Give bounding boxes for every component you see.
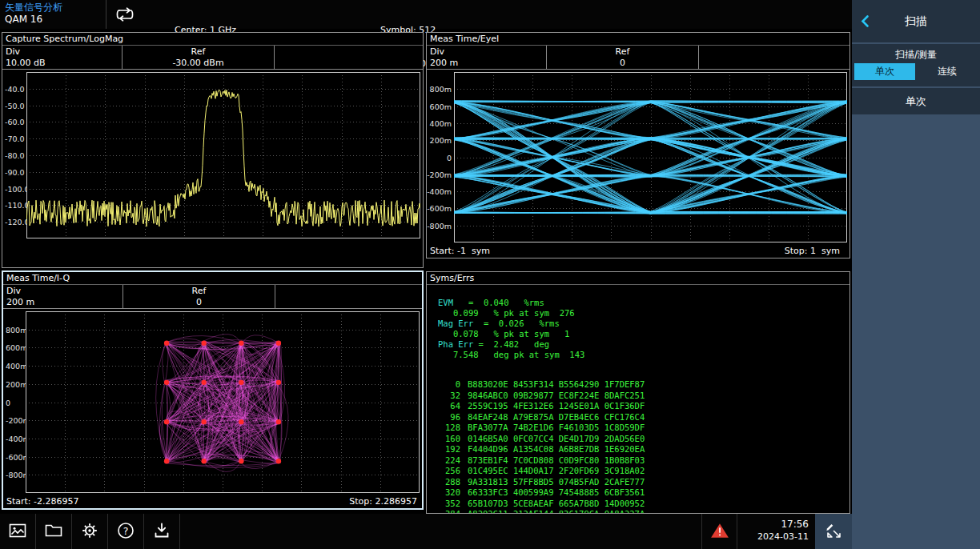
ref-label: Ref xyxy=(550,46,695,58)
evm-line: Mag Err = 0.026 %rms xyxy=(438,319,845,329)
eye-y-axis: 800m600m400m200m0-200m-400m-600m-800m xyxy=(427,72,454,242)
footer-span-label: Span: 1 MHz xyxy=(303,266,420,268)
div-label: Div xyxy=(430,46,543,58)
ref-value: 0 xyxy=(550,58,695,69)
gear-icon xyxy=(80,521,99,543)
clock-display[interactable]: 17:56 2024-03-11 xyxy=(737,514,815,549)
y-axis-label: 0 xyxy=(6,398,10,407)
svg-text:?: ? xyxy=(123,524,129,536)
annotate-arrows-icon xyxy=(824,521,843,543)
warning-triangle-icon xyxy=(710,523,729,541)
hex-row: 35265B107D3 5CE8AEAF 665A7B8D 14D00952 xyxy=(438,499,845,510)
evm-line: EVM = 0.040 %rms xyxy=(438,298,845,308)
constellation-canvas[interactable] xyxy=(26,311,420,493)
y-axis-label: -50.0 xyxy=(5,101,25,110)
sweep-menu-sidebar: 扫描 扫描/测量 单次 连续 单次 xyxy=(852,0,980,549)
hex-row: 192F4404D96 A1354C08 A6B8E7DB 1E6920EA xyxy=(438,444,845,455)
iq-footer: Start: -2.286957 Stop: 2.286957 xyxy=(3,495,422,508)
sidebar-menu-header[interactable]: 扫描 xyxy=(852,0,980,42)
date-label: 2024-03-11 xyxy=(737,531,809,543)
y-axis-label: 600m xyxy=(430,102,452,110)
y-axis-label: -90.0 xyxy=(5,167,25,176)
toggle-single-button[interactable]: 单次 xyxy=(854,63,915,80)
eye-scale-spacer xyxy=(699,46,849,69)
screenshot-icon xyxy=(8,521,27,543)
eye-div-cell: Div 200 m xyxy=(427,46,547,69)
hex-row: 9684EAF248 A79E875A D7EB4EC6 CFC176C4 xyxy=(438,412,845,423)
help-icon: ? xyxy=(116,521,135,543)
spectrum-footer-left: Center: 1 GHz RBW: 397.8542 Hz xyxy=(6,242,87,266)
spectrum-scale-row: Div 10.00 dB Ref -30.00 dBm xyxy=(2,46,423,70)
sweep-measure-section: 扫描/测量 单次 连续 xyxy=(852,44,980,86)
y-axis-label: 600m xyxy=(6,343,27,352)
settings-button[interactable] xyxy=(72,514,108,549)
hex-row: 329846ABC0 09B29877 EC8F224E 8DAFC251 xyxy=(438,391,845,402)
y-axis-label: -80.0 xyxy=(5,151,25,160)
y-axis-label: -800m xyxy=(427,221,452,230)
annotation-tools-button[interactable] xyxy=(815,514,852,549)
y-axis-label: -70.0 xyxy=(5,134,25,143)
sweep-measure-label: 扫描/测量 xyxy=(852,47,980,62)
spectrum-trace-canvas[interactable] xyxy=(26,72,420,238)
hex-row: 2889A331813 57FF8BD5 074B5FAD 2CAFE777 xyxy=(438,477,845,488)
spectrum-panel[interactable]: Capture Spectrum/LogMag Div 10.00 dB Ref… xyxy=(2,32,424,268)
ref-label: Ref xyxy=(127,286,271,297)
continuous-sweep-icon[interactable] xyxy=(114,6,136,25)
eye-panel-title: Meas Time/EyeI xyxy=(427,33,849,46)
hex-row: 32066333FC3 400599A9 74548885 6CBF3561 xyxy=(438,487,845,499)
y-axis-label: 200m xyxy=(6,379,27,388)
sweep-mode-toggle: 单次 连续 xyxy=(854,63,978,80)
evm-readout: EVM = 0.040 %rms 0.099 % pk at sym 276Ma… xyxy=(438,298,845,360)
app-title-block: 矢量信号分析 QAM 16 xyxy=(0,0,106,29)
syms-panel-title: Syms/Errs xyxy=(427,272,849,285)
y-axis-label: 800m xyxy=(430,85,452,94)
syms-errs-body: EVM = 0.040 %rms 0.099 % pk at sym 276Ma… xyxy=(427,285,849,513)
single-sweep-button[interactable]: 单次 xyxy=(852,88,980,114)
div-label: Div xyxy=(6,46,118,58)
iq-plot-area: 800m600m400m200m0-200m-400m-600m-800m xyxy=(3,309,422,495)
bottom-toolbar: ? 17:56 2024-03-11 xyxy=(0,514,852,549)
y-axis-label: -60.0 xyxy=(5,118,25,126)
back-chevron-icon[interactable] xyxy=(860,14,870,30)
eye-ref-cell: Ref 0 xyxy=(547,46,699,69)
syms-errs-panel[interactable]: Syms/Errs EVM = 0.040 %rms 0.099 % pk at… xyxy=(426,271,850,514)
warning-indicator-button[interactable] xyxy=(701,514,737,549)
div-label: Div xyxy=(6,286,119,297)
eye-scale-row: Div 200 m Ref 0 xyxy=(427,46,849,70)
y-axis-label: -200m xyxy=(427,170,452,178)
screenshot-button[interactable] xyxy=(0,514,36,549)
sidebar-menu-title: 扫描 xyxy=(905,14,927,29)
ref-value: -30.00 dBm xyxy=(126,58,271,69)
evm-line: 0.078 % pk at sym 1 xyxy=(438,329,845,339)
eye-diagram-canvas[interactable] xyxy=(454,72,847,242)
spectrum-scale-spacer xyxy=(275,46,423,69)
modulation-format-label: QAM 16 xyxy=(5,14,106,26)
y-axis-label: 200m xyxy=(430,136,452,145)
evm-line: 7.548 deg pk at sym 143 xyxy=(438,350,845,360)
spectrum-div-cell: Div 10.00 dB xyxy=(2,46,122,69)
iq-panel[interactable]: Meas Time/I-Q Div 200 m Ref 0 800m600m40… xyxy=(2,270,424,510)
file-manager-button[interactable] xyxy=(36,514,72,549)
iq-y-axis: 800m600m400m200m0-200m-400m-600m-800m xyxy=(3,311,26,493)
div-value: 10.00 dB xyxy=(6,58,118,69)
help-button[interactable]: ? xyxy=(108,514,144,549)
toggle-continuous-button[interactable]: 连续 xyxy=(917,63,978,80)
hex-row: 128BFA3077A 74B2E1D6 F46103D5 1C8D59DF xyxy=(438,423,845,434)
save-button[interactable] xyxy=(144,514,180,549)
hex-row: 384A8202C11 212AF144 836179CA 0A8A227A xyxy=(438,509,845,513)
time-label: 17:56 xyxy=(737,519,809,531)
spectrum-y-axis: -40.0-50.0-60.0-70.0-80.0-90.0-100.0-110… xyxy=(2,72,26,238)
iq-scale-row: Div 200 m Ref 0 xyxy=(3,285,422,309)
bottom-right-cluster: 17:56 2024-03-11 xyxy=(701,514,852,549)
eye-start-label: Start: -1 sym xyxy=(430,246,490,258)
spectrum-plot-area: -40.0-50.0-60.0-70.0-80.0-90.0-100.0-110… xyxy=(2,70,423,240)
spectrum-ref-cell: Ref -30.00 dBm xyxy=(122,46,275,69)
spectrum-footer-right: Span: 1 MHz TimeLen: 9.6 ms xyxy=(303,242,420,266)
spectrum-panel-title: Capture Spectrum/LogMag xyxy=(2,33,423,46)
iq-div-cell: Div 200 m xyxy=(3,285,123,308)
app-title: 矢量信号分析 xyxy=(5,2,106,14)
hex-row: 0B883020E 8453F314 B5564290 1F7DEF87 xyxy=(438,379,845,391)
y-axis-label: 400m xyxy=(6,362,27,371)
eye-panel[interactable]: Meas Time/EyeI Div 200 m Ref 0 800m600m4… xyxy=(426,32,850,258)
spectrum-footer: Center: 1 GHz RBW: 397.8542 Hz Span: 1 M… xyxy=(2,240,423,267)
